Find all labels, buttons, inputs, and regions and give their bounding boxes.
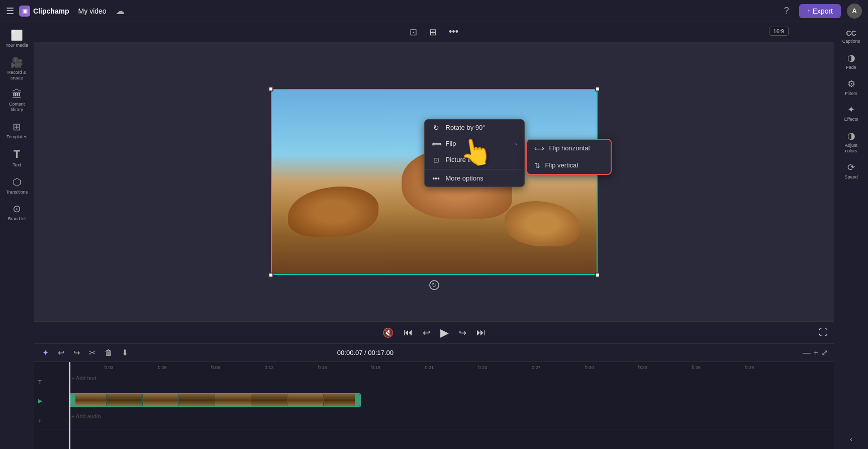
audio-track-label: ♪ <box>34 417 69 423</box>
ruler-mark-024: 0:24 <box>478 365 532 370</box>
export-button[interactable]: ↑ Export <box>799 4 841 18</box>
context-menu: ↻ Rotate by 90° ⟺ Flip › ⊡ Picture in p.… <box>424 119 525 187</box>
audio-track-content[interactable]: + Add audio <box>69 411 834 429</box>
playback-controls: 🔇 ⏮ ↩ ▶ ↪ ⏭ ⛶ <box>34 321 834 343</box>
video-clip[interactable] <box>69 393 361 407</box>
resize-handle-br[interactable] <box>595 273 600 278</box>
ruler-mark-030: 0:30 <box>585 365 638 370</box>
delete-button[interactable]: 🗑 <box>103 347 115 358</box>
right-sidebar-item-filters[interactable]: ⚙ Filters <box>836 75 866 100</box>
flip-submenu: ⟺ Flip horizontal ⇅ Flip vertical <box>526 139 612 175</box>
more-options-button[interactable]: ••• <box>445 25 462 39</box>
flip-vertical-label: Flip vertical <box>545 161 578 169</box>
right-sidebar-item-speed[interactable]: ⟳ Speed <box>836 159 866 183</box>
sidebar-item-record-create[interactable]: 🎥 Record &create <box>2 53 32 84</box>
hamburger-menu[interactable]: ☰ <box>6 6 14 17</box>
ruler-mark-027: 0:27 <box>532 365 585 370</box>
effects-label: Effects <box>844 117 858 122</box>
text-track-label: T <box>34 379 69 385</box>
skip-to-end-button[interactable]: ⏭ <box>476 327 486 338</box>
avatar[interactable]: A <box>847 4 862 19</box>
clip-thumb-7 <box>287 394 324 406</box>
filters-label: Filters <box>845 91 857 97</box>
clip-thumb-4 <box>179 394 215 406</box>
speed-icon: ⟳ <box>847 162 855 173</box>
ctx-rotate-by-90[interactable]: ↻ Rotate by 90° <box>425 120 524 136</box>
content-library-icon: 🏛 <box>12 88 22 100</box>
save-button[interactable]: ⬇ <box>120 347 130 358</box>
rewind-5s-button[interactable]: ↩ <box>423 327 430 338</box>
sidebar-item-transitions[interactable]: ⬡ Transitions <box>2 173 32 198</box>
ctx-rotate-label: Rotate by 90° <box>446 124 486 131</box>
ctx-flip[interactable]: ⟺ Flip › <box>425 136 524 152</box>
ctx-picture-in-picture[interactable]: ⊡ Picture in p... <box>425 152 524 168</box>
sidebar-item-templates[interactable]: ⊞ Templates <box>2 118 32 143</box>
flip-icon: ⟺ <box>432 140 441 148</box>
ruler-mark-021: 0:21 <box>425 365 478 370</box>
add-text-hint[interactable]: + Add text <box>69 375 96 381</box>
ruler-mark-009: 0:09 <box>211 365 264 370</box>
adjust-colors-label: Adjustcolors <box>845 143 857 154</box>
redo-button[interactable]: ↪ <box>71 347 82 358</box>
video-track-icon: ▶ <box>38 398 42 404</box>
flip-horizontal-label: Flip horizontal <box>549 144 590 152</box>
text-track-content[interactable]: + Add text <box>69 373 834 391</box>
sidebar-label-your-media: Your media <box>6 43 28 48</box>
clip-thumb-5 <box>215 394 251 406</box>
right-sidebar-item-adjust-colors[interactable]: ◑ Adjustcolors <box>836 127 866 157</box>
sidebar-item-brand-kit[interactable]: ⊙ Brand kit <box>2 200 32 225</box>
right-sidebar-item-captions[interactable]: CC Captions <box>836 26 866 47</box>
flip-arrow-icon: › <box>515 141 517 147</box>
rotate-icon: ↻ <box>432 124 441 132</box>
crop-button[interactable]: ⊡ <box>406 25 421 40</box>
ctx-more-options[interactable]: ••• More options <box>425 170 524 187</box>
flip-horizontal-icon: ⟺ <box>534 144 544 152</box>
clip-thumb-1 <box>70 394 107 406</box>
zoom-out-button[interactable]: — <box>803 348 811 357</box>
timeline-toolbar: ✦ ↩ ↪ ✂ 🗑 ⬇ 00:00.07 / 00:17.00 — + ⤢ <box>34 344 834 362</box>
video-track-content[interactable] <box>69 391 834 411</box>
text-track-icon: T <box>38 379 42 385</box>
collapse-sidebar-button[interactable]: ‹ <box>848 433 854 445</box>
resize-handle-bl[interactable] <box>268 273 273 278</box>
play-pause-button[interactable]: ▶ <box>440 326 449 339</box>
right-sidebar-item-fade[interactable]: ◑ Fade <box>836 49 866 73</box>
video-track-row: ▶ <box>34 391 834 411</box>
rock-3 <box>505 201 580 246</box>
ruler-mark-003: 0:03 <box>105 365 158 370</box>
brand-kit-icon: ⊙ <box>13 203 21 215</box>
rotate-handle[interactable]: ↻ <box>429 280 439 290</box>
text-icon: T <box>14 148 20 161</box>
help-button[interactable]: ? <box>780 4 793 18</box>
right-sidebar: CC Captions ◑ Fade ⚙ Filters ✦ Effects ◑… <box>834 22 868 449</box>
clip-right-handle[interactable] <box>355 394 360 406</box>
flip-vertical-item[interactable]: ⇅ Flip vertical <box>527 157 611 174</box>
auto-compose-button[interactable]: ✦ <box>40 347 51 358</box>
add-audio-hint[interactable]: + Add audio <box>69 413 101 419</box>
layout-button[interactable]: ⊞ <box>425 25 441 40</box>
ruler-marks: 0:03 0:06 0:09 0:12 0:15 0:18 0:21 0:24 … <box>105 365 799 370</box>
mute-button[interactable]: 🔇 <box>382 327 394 338</box>
zoom-in-button[interactable]: + <box>814 348 818 357</box>
cut-button[interactable]: ✂ <box>87 347 98 358</box>
captions-icon: CC <box>846 29 856 37</box>
resize-handle-tl[interactable] <box>268 86 273 92</box>
clip-left-handle[interactable] <box>70 394 75 406</box>
topbar-right: ? ↑ Export A <box>780 4 862 19</box>
forward-5s-button[interactable]: ↪ <box>459 327 466 338</box>
sidebar-item-your-media[interactable]: ⬜ Your media <box>2 26 32 51</box>
video-title[interactable]: My video <box>74 5 111 17</box>
clip-thumb-3 <box>143 394 179 406</box>
resize-handle-tr[interactable] <box>595 86 600 92</box>
sidebar-item-content-library[interactable]: 🏛 Contentlibrary <box>2 85 32 116</box>
right-sidebar-item-effects[interactable]: ✦ Effects <box>836 101 866 125</box>
your-media-icon: ⬜ <box>11 29 23 41</box>
sidebar-item-text[interactable]: T Text <box>2 145 32 171</box>
more-options-icon: ••• <box>432 174 441 183</box>
ruler-mark-006: 0:06 <box>158 365 211 370</box>
undo-button[interactable]: ↩ <box>56 347 66 358</box>
skip-to-start-button[interactable]: ⏮ <box>404 327 413 338</box>
flip-horizontal-item[interactable]: ⟺ Flip horizontal <box>527 140 611 157</box>
fit-timeline-button[interactable]: ⤢ <box>821 348 828 357</box>
fullscreen-button[interactable]: ⛶ <box>819 327 828 338</box>
